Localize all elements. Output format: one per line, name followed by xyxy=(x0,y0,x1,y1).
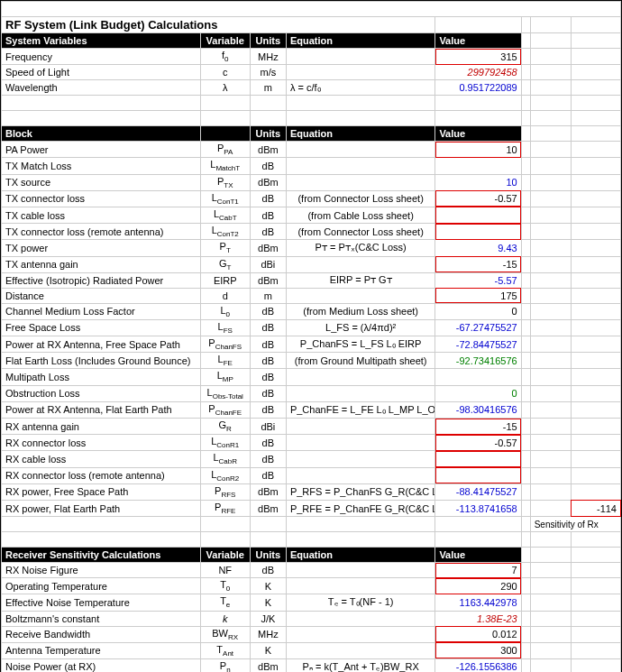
row-wavelength: Wavelength λ m λ = c/f₀ 0.951722089 xyxy=(2,80,621,96)
input-sensitivity-rx[interactable]: -114 xyxy=(571,500,620,516)
row-rx-conn-loss: RX connector lossLConR1dB-0.57 xyxy=(2,435,621,451)
input-tx-antenna-gain[interactable]: -15 xyxy=(435,256,521,272)
row-rx-noise-figure: RX Noise FigureNFdB7 xyxy=(2,563,621,578)
row-tx-match-loss: TX Match LossLMatchTdB xyxy=(2,158,621,174)
row-pa-power: PA PowerPPAdBm10 xyxy=(2,142,621,158)
input-frequency[interactable]: 315 xyxy=(435,49,521,65)
row-tx-source: TX sourcePTXdBm10 xyxy=(2,174,621,190)
row-multipath-loss: Multipath LossLMPdB xyxy=(2,369,621,385)
input-antenna-temp[interactable]: 300 xyxy=(435,642,521,658)
row-tx-conn-loss: TX connector lossLConT1dB(from Connector… xyxy=(2,190,621,207)
row-rx-power-flat-earth: RX power, Flat Earth PathPRFEdBmP_RFE = … xyxy=(2,500,621,516)
col-equation: Equation xyxy=(286,33,434,49)
spreadsheet: RF System (Link Budget) Calculations Sys… xyxy=(0,0,622,672)
input-tx-conn-loss[interactable]: -0.57 xyxy=(435,190,521,207)
page-title: RF System (Link Budget) Calculations xyxy=(2,17,435,33)
input-tx-cable-loss[interactable] xyxy=(435,207,521,223)
col-variable: Variable xyxy=(200,33,250,49)
row-channel-medium-loss: Channel Medium Loss FactorL0dB(from Medi… xyxy=(2,303,621,319)
row-rx-cable-loss: RX cable lossLCabRdB xyxy=(2,451,621,467)
input-rx-bandwidth[interactable]: 0.012 xyxy=(435,626,521,642)
input-distance[interactable]: 175 xyxy=(435,288,521,303)
row-rx-power-free-space: RX power, Free Space PathPRFSdBmP_RFS = … xyxy=(2,483,621,500)
row-operating-temp: Operating TemperatureT0K290 xyxy=(2,578,621,594)
row-tx-antenna-gain: TX antenna gainGTdBi-15 xyxy=(2,256,621,272)
row-distance: Distancedm175 xyxy=(2,288,621,303)
row-frequency: Frequency f0 MHz 315 xyxy=(2,49,621,65)
input-rx-conn-loss[interactable]: -0.57 xyxy=(435,435,521,451)
header-sysvars: System Variables Variable Units Equation… xyxy=(2,33,621,49)
row-rx-bandwidth: Receive BandwidthBWRXMHz0.012 xyxy=(2,626,621,642)
sensitivity-label: Sensitivity of Rx xyxy=(530,517,620,532)
input-pa-power[interactable]: 10 xyxy=(435,142,521,158)
col-value: Value xyxy=(435,33,521,49)
row-eff-noise-temp: Effective Noise TemperatureTeKTₑ = T₀(NF… xyxy=(2,594,621,611)
header-rxsens: Receiver Sensitivity Calculations Variab… xyxy=(2,548,621,563)
row-speed-of-light: Speed of Light c m/s 299792458 xyxy=(2,65,621,80)
row-tx-cable-loss: TX cable lossLCabTdB(from Cable Loss she… xyxy=(2,207,621,223)
col-units: Units xyxy=(250,33,286,49)
col-sysvars: System Variables xyxy=(2,33,201,49)
row-power-rx-flat-earth: Power at RX Antenna, Flat Earth PathPCha… xyxy=(2,401,621,418)
input-rx-antenna-gain[interactable]: -15 xyxy=(435,419,521,435)
row-tx-power: TX powerPTdBmPᴛ = Pᴛₓ(C&C Loss)9.43 xyxy=(2,240,621,256)
row-rx-conn-loss-remote: RX connector loss (remote antenna)LConR2… xyxy=(2,467,621,483)
row-antenna-temp: Antenna TemperatureTAntK300 xyxy=(2,642,621,658)
row-flat-earth-loss: Flat Earth Loss (Includes Ground Bounce)… xyxy=(2,353,621,369)
row-noise-power: Noise Power (at RX)PndBmPₙ = k(T_Ant + T… xyxy=(2,658,621,672)
header-block: Block Units Equation Value xyxy=(2,126,621,142)
row-obstruction-loss: Obstruction LossLObs-TotaldB0 xyxy=(2,385,621,401)
input-rx-cable-loss[interactable] xyxy=(435,451,521,467)
row-rx-antenna-gain: RX antenna gainGRdBi-15 xyxy=(2,419,621,435)
grid: RF System (Link Budget) Calculations Sys… xyxy=(1,1,621,672)
row-power-rx-free-space: Power at RX Antenna, Free Space PathPCha… xyxy=(2,336,621,353)
input-rx-noise-figure[interactable]: 7 xyxy=(435,563,521,578)
row-boltzmann: Boltzmann's constantkJ/K1.38E-23 xyxy=(2,611,621,626)
input-rx-conn-loss-remote[interactable] xyxy=(435,467,521,483)
row-eirp: Effective (Isotropic) Radiated PowerEIRP… xyxy=(2,272,621,288)
input-tx-conn-loss-remote[interactable] xyxy=(435,224,521,240)
row-tx-conn-loss-remote: TX connector loss (remote antenna)LConT2… xyxy=(2,224,621,240)
input-operating-temp[interactable]: 290 xyxy=(435,578,521,594)
row-free-space-loss: Free Space LossLFSdBL_FS = (λ/4πd)²-67.2… xyxy=(2,319,621,336)
